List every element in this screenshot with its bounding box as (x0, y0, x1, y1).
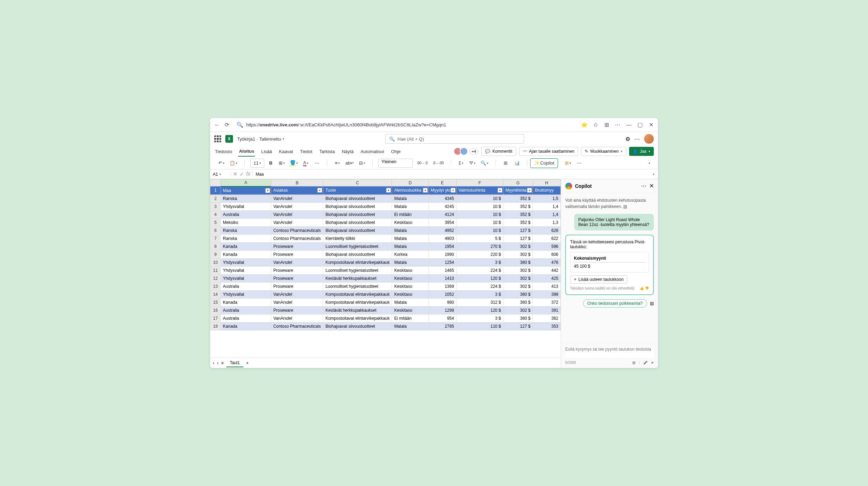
font-color-button[interactable]: A▾ (301, 159, 310, 168)
add-to-sheet-button[interactable]: +Lisää uuteen taulukkoon (570, 275, 627, 284)
cell[interactable]: 127 $ (503, 322, 533, 330)
cell[interactable]: 352 $ (503, 194, 533, 202)
cell[interactable]: Yhdysvallat (221, 258, 271, 266)
cell[interactable]: 224 $ (456, 266, 503, 274)
cell[interactable]: Matala (392, 242, 428, 250)
header-cell[interactable]: Asiakas▾ (271, 186, 323, 195)
sort-filter-button[interactable]: ᗊ▾ (468, 159, 477, 168)
row-header[interactable]: 7 (210, 234, 221, 242)
row-header[interactable]: 4 (210, 210, 221, 218)
cell[interactable]: VanArsdel (271, 258, 323, 266)
col-header[interactable]: A (221, 179, 271, 186)
cell[interactable]: Contoso Pharmaceuticals (271, 322, 323, 330)
catchup-button[interactable]: 〰Ajan tasalle saattaminen (519, 147, 578, 156)
suggestion-chip[interactable]: Onko tiedoissani poikkeamia? (583, 299, 647, 308)
cell[interactable]: Ei mitään (392, 210, 428, 218)
cell[interactable]: 352 $ (503, 202, 533, 210)
cell[interactable]: Keskitaso (392, 274, 428, 282)
cell[interactable]: Yhdysvallat (221, 202, 271, 210)
merge-button[interactable]: ⊟▾ (358, 159, 367, 168)
cell[interactable]: VanArsdel (271, 210, 323, 218)
fill-color-button[interactable]: 🪣▾ (289, 159, 299, 168)
cell[interactable]: VanArsdel (271, 290, 323, 298)
back-icon[interactable]: ← (214, 122, 220, 128)
cell[interactable]: 352 $ (503, 218, 533, 226)
close-icon[interactable]: ✕ (648, 122, 654, 128)
suggestion-guide-icon[interactable]: ▤ (650, 301, 654, 306)
cell[interactable]: Luonnolliset hygieniatuotteet (323, 266, 392, 274)
cell[interactable]: 399 (533, 290, 560, 298)
name-box[interactable]: A1▾ (210, 172, 231, 177)
col-header[interactable]: F (456, 179, 503, 186)
refresh-icon[interactable]: ⟳ (224, 122, 229, 128)
cell[interactable]: Keskitaso (392, 282, 428, 290)
cell[interactable]: 2785 (428, 322, 456, 330)
editing-button[interactable]: ✎Muokkaaminen▾ (581, 147, 626, 156)
cell[interactable]: Australia (221, 314, 271, 322)
row-header[interactable]: 15 (210, 298, 221, 306)
thumbs-down-icon[interactable]: 👎 (645, 286, 649, 290)
col-header[interactable]: G (503, 179, 533, 186)
row-header[interactable]: 13 (210, 282, 221, 290)
cell[interactable]: 270 $ (456, 242, 503, 250)
cell[interactable]: 442 (533, 266, 560, 274)
filter-icon[interactable]: ▾ (265, 188, 270, 193)
row-header[interactable]: 17 (210, 314, 221, 322)
cell[interactable]: VanArsdel (271, 218, 323, 226)
filter-icon[interactable]: ▾ (498, 188, 502, 193)
cell[interactable]: 5 $ (456, 234, 503, 242)
cell[interactable]: 224 $ (456, 282, 503, 290)
send-icon[interactable]: ➤ (651, 361, 654, 364)
cell[interactable]: 127 $ (503, 234, 533, 242)
tab-view[interactable]: Näytä (341, 147, 354, 156)
row-header[interactable]: 3 (210, 202, 221, 210)
cell[interactable]: Proseware (271, 282, 323, 290)
filter-icon[interactable]: ▾ (423, 188, 428, 193)
thumbs-up-icon[interactable]: 👍 (640, 286, 644, 290)
cell[interactable]: 1369 (428, 282, 456, 290)
tab-automate[interactable]: Automatisoi (360, 147, 385, 156)
cell[interactable]: 4124 (428, 210, 456, 218)
more-icon[interactable]: ⋯ (634, 136, 640, 142)
search-input[interactable]: 🔍 Hae (Alt + Q) (385, 134, 524, 144)
cell[interactable]: Proseware (271, 250, 323, 258)
cell[interactable]: 127 $ (503, 226, 533, 234)
avatar[interactable] (644, 134, 654, 144)
col-header[interactable]: B (271, 179, 323, 186)
collections-icon[interactable]: ⊞ (604, 122, 609, 128)
tab-file[interactable]: Tiedosto (214, 147, 233, 156)
cell[interactable]: Matala (392, 258, 428, 266)
cell[interactable]: VanArsdel (271, 298, 323, 306)
cell[interactable]: Biohajoavat siivoustuotteet (323, 202, 392, 210)
filter-icon[interactable]: ▾ (527, 188, 532, 193)
cell[interactable]: 1410 (428, 274, 456, 282)
cell[interactable]: 10 $ (456, 194, 503, 202)
bold-button[interactable]: B (266, 159, 275, 168)
cell[interactable]: 1990 (428, 250, 456, 258)
copilot-button[interactable]: ✨Copilot (530, 158, 558, 168)
cancel-formula-icon[interactable]: ✕ (233, 171, 237, 177)
collapse-ribbon-button[interactable]: ▾ (645, 159, 654, 168)
row-header[interactable]: 8 (210, 242, 221, 250)
grid[interactable]: A B C D E F G H 1 Maa▾ Asiakas▾ Tuote▾ (210, 179, 561, 358)
font-size-input[interactable]: 11▾ (250, 159, 264, 168)
cell[interactable]: Biohajoavat siivoustuotteet (323, 226, 392, 234)
cell[interactable]: 372 (533, 298, 560, 306)
cell[interactable]: Kierrätetty tölkki (323, 234, 392, 242)
cell[interactable]: 110 $ (456, 322, 503, 330)
header-cell[interactable]: Alennusluokka▾ (392, 186, 428, 195)
expand-formula-icon[interactable]: ▾ (653, 173, 658, 176)
minimize-icon[interactable]: — (626, 122, 632, 128)
prev-sheet-icon[interactable]: ‹ (213, 361, 214, 366)
number-format-select[interactable]: Yleinen (378, 159, 413, 168)
share-button[interactable]: 👤Jaa▾ (629, 147, 654, 156)
cell[interactable]: Australia (221, 282, 271, 290)
cell[interactable]: Kompostoitavat elintarvikepakkauk (323, 258, 392, 266)
cell[interactable]: 380 $ (503, 258, 533, 266)
tab-help[interactable]: Ohje (390, 147, 401, 156)
cell[interactable]: Ei mitään (392, 314, 428, 322)
cell[interactable]: 3954 (428, 218, 456, 226)
autosum-button[interactable]: Σ▾ (457, 159, 466, 168)
copilot-close-icon[interactable]: ✕ (649, 183, 654, 189)
wrap-text-button[interactable]: ab↵ (344, 159, 356, 168)
